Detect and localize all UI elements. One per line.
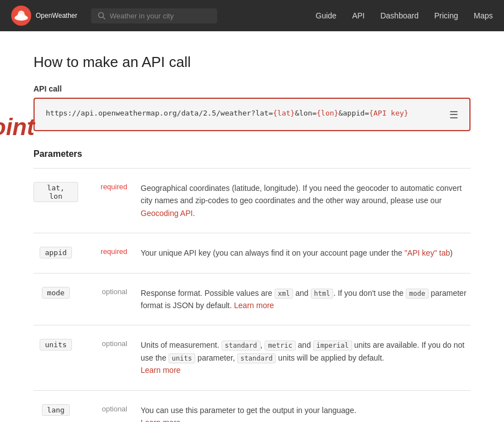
- mode-learn-more-link[interactable]: Learn more: [234, 301, 274, 310]
- param-name-appid: appid: [33, 247, 78, 258]
- parameters-section: Parameters lat, lon required Geographica…: [33, 149, 471, 422]
- search-input[interactable]: [110, 12, 210, 20]
- divider: [33, 273, 471, 274]
- param-desc-latlon: Geographical coordinates (latitude, long…: [141, 182, 471, 219]
- param-name-units: units: [33, 339, 78, 351]
- param-badge-lang: optional: [87, 404, 132, 413]
- param-name-latlon: lat, lon: [33, 182, 78, 202]
- param-badge-mode: optional: [87, 287, 132, 296]
- page-title: How to make an API call: [33, 54, 471, 71]
- logo-icon: [11, 6, 31, 26]
- param-desc-units: Units of measurement. standard, metric a…: [141, 339, 471, 376]
- endpoint-box: https://api.openweathermap.org/data/2.5/…: [33, 98, 471, 131]
- endpoint-url: https://api.openweathermap.org/data/2.5/…: [46, 108, 409, 119]
- divider: [33, 233, 471, 233]
- param-badge-latlon: required: [87, 182, 132, 191]
- units-learn-more-link[interactable]: Learn more: [141, 366, 181, 375]
- param-name-mode: mode: [33, 287, 78, 299]
- logo[interactable]: OpenWeather: [11, 6, 78, 26]
- api-call-section: API call https://api.openweathermap.org/…: [33, 84, 471, 131]
- param-row: units optional Units of measurement. sta…: [33, 339, 471, 376]
- nav-guide[interactable]: Guide: [316, 11, 337, 20]
- param-desc-appid: Your unique API key (you can always find…: [141, 247, 471, 259]
- parameters-title: Parameters: [33, 149, 471, 159]
- nav-api[interactable]: API: [352, 11, 365, 20]
- param-row: mode optional Response format. Possible …: [33, 287, 471, 312]
- endpoint-label: Endpoint: [0, 114, 35, 141]
- nav-pricing[interactable]: Pricing: [434, 11, 458, 20]
- api-key-tab-link[interactable]: "API key" tab: [405, 248, 450, 257]
- api-call-label: API call: [33, 84, 471, 93]
- divider: [33, 390, 471, 391]
- param-badge-units: optional: [87, 339, 132, 348]
- param-desc-mode: Response format. Possible values are xml…: [141, 287, 471, 312]
- param-row: lat, lon required Geographical coordinat…: [33, 182, 471, 219]
- search-icon: [98, 12, 105, 20]
- main-nav: Guide API Dashboard Pricing Maps: [316, 11, 493, 20]
- nav-maps[interactable]: Maps: [474, 11, 493, 20]
- param-row: lang optional You can use this parameter…: [33, 404, 471, 422]
- param-row: appid required Your unique API key (you …: [33, 247, 471, 259]
- divider: [33, 325, 471, 325]
- geocoding-api-link[interactable]: Geocoding API: [141, 209, 193, 218]
- search-box[interactable]: [91, 8, 217, 23]
- lang-learn-more-link[interactable]: Learn more: [141, 418, 181, 422]
- nav-dashboard[interactable]: Dashboard: [380, 11, 419, 20]
- divider: [33, 168, 471, 169]
- svg-point-3: [18, 11, 25, 17]
- logo-text: OpenWeather: [36, 12, 78, 20]
- param-badge-appid: required: [87, 247, 132, 256]
- svg-line-5: [103, 17, 105, 20]
- param-desc-lang: You can use this parameter to get the ou…: [141, 404, 471, 422]
- param-name-lang: lang: [33, 404, 78, 416]
- hamburger-icon[interactable]: ☰: [449, 109, 458, 121]
